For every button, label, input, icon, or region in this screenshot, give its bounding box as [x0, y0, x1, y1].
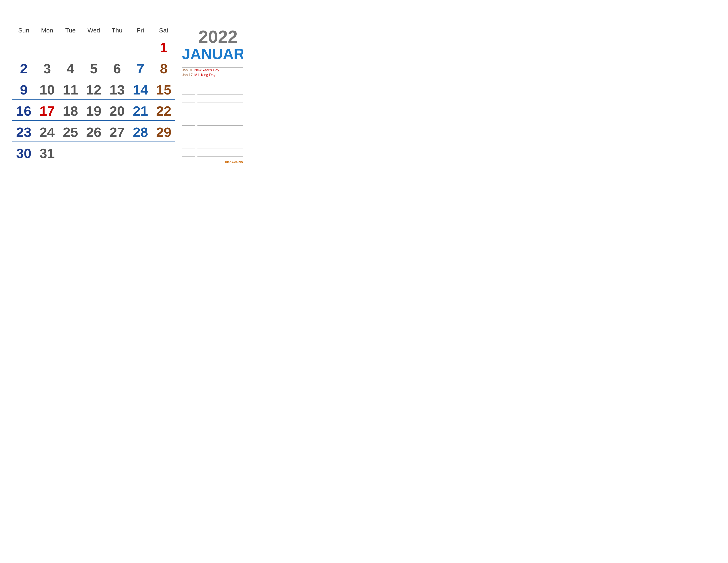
note-date-line: [182, 98, 195, 102]
day-header-mon: Mon: [36, 26, 59, 35]
day-cell-20: 20: [105, 100, 129, 120]
footer: blank-calendar.com: [182, 160, 243, 164]
holiday-name: M L King Day: [194, 73, 215, 77]
year-display: 2022: [182, 28, 243, 46]
day-cell-5: 5: [82, 58, 105, 78]
day-cell-14: 14: [129, 79, 152, 99]
day-cell-4: 4: [59, 58, 82, 78]
note-row-8: [182, 144, 243, 149]
note-content-line: [197, 152, 243, 156]
note-row-1: [182, 90, 243, 95]
day-headers: SunMonTueWedThuFriSat: [12, 26, 175, 35]
day-cell-21: 21: [129, 100, 152, 120]
day-cell-18: 18: [59, 100, 82, 120]
day-cell-7: 7: [129, 58, 152, 78]
day-cell-2: 2: [12, 58, 36, 78]
note-row-9: [182, 152, 243, 156]
calendar-grid: SunMonTueWedThuFriSat 123456789101112131…: [12, 26, 175, 164]
note-content-line: [197, 90, 243, 95]
day-cell-12: 12: [82, 79, 105, 99]
day-cell-11: 11: [59, 79, 82, 99]
note-date-line: [182, 82, 195, 87]
week-separator-1: [12, 78, 175, 78]
footer-text: blank-calendar.com: [225, 160, 243, 164]
day-cell-6: 6: [105, 58, 129, 78]
day-cell-29: 29: [152, 122, 175, 141]
week-row-5: 3031: [12, 143, 175, 163]
weeks-container: 1234567891011121314151617181920212223242…: [12, 37, 175, 163]
day-header-fri: Fri: [129, 26, 152, 35]
notes-lines: [182, 81, 243, 158]
holiday-date: Jan 17: [182, 73, 193, 77]
week-row-4: 23242526272829: [12, 122, 175, 141]
day-header-thu: Thu: [105, 26, 129, 35]
holiday-name: New Year's Day: [194, 68, 219, 72]
day-header-sun: Sun: [12, 26, 36, 35]
day-cell-28: 28: [129, 122, 152, 141]
day-cell-26: 26: [82, 122, 105, 141]
day-cell-9: 9: [12, 79, 36, 99]
note-date-line: [182, 128, 195, 133]
day-cell-25: 25: [59, 122, 82, 141]
day-cell-19: 19: [82, 100, 105, 120]
day-cell-1: 1: [152, 37, 175, 57]
day-header-tue: Tue: [59, 26, 82, 35]
note-date-line: [182, 90, 195, 95]
holiday-entry: Jan 17M L King Day: [182, 73, 243, 77]
day-header-wed: Wed: [82, 26, 105, 35]
week-row-2: 9101112131415: [12, 79, 175, 99]
day-cell-16: 16: [12, 100, 36, 120]
calendar-right-panel: 2022 JANUARY Jan 01New Year's DayJan 17M…: [175, 26, 243, 164]
day-cell-10: 10: [36, 79, 59, 99]
week-row-0: 1: [12, 37, 175, 57]
week-separator-4: [12, 141, 175, 142]
holiday-date: Jan 01: [182, 68, 193, 72]
holidays-list: Jan 01New Year's DayJan 17M L King Day: [182, 68, 243, 77]
day-cell-22: 22: [152, 100, 175, 120]
note-row-0: [182, 82, 243, 87]
note-content-line: [197, 121, 243, 126]
week-separator-0: [12, 57, 175, 57]
holiday-separator-top: [182, 67, 243, 68]
note-content-line: [197, 82, 243, 87]
day-cell-13: 13: [105, 79, 129, 99]
note-row-2: [182, 98, 243, 102]
note-date-line: [182, 121, 195, 126]
day-cell-3: 3: [36, 58, 59, 78]
day-header-sat: Sat: [152, 26, 175, 35]
note-content-line: [197, 105, 243, 110]
day-cell-27: 27: [105, 122, 129, 141]
note-content-line: [197, 136, 243, 141]
week-row-3: 16171819202122: [12, 100, 175, 120]
note-content-line: [197, 144, 243, 149]
note-row-6: [182, 128, 243, 133]
note-row-5: [182, 121, 243, 126]
day-cell-24: 24: [36, 122, 59, 141]
note-date-line: [182, 136, 195, 141]
day-cell-17: 17: [36, 100, 59, 120]
note-row-3: [182, 105, 243, 110]
day-cell-30: 30: [12, 143, 36, 163]
note-content-line: [197, 113, 243, 118]
day-cell-31: 31: [36, 143, 59, 163]
note-row-4: [182, 113, 243, 118]
note-row-7: [182, 136, 243, 141]
week-separator-2: [12, 99, 175, 100]
note-date-line: [182, 105, 195, 110]
holidays-block: Jan 01New Year's DayJan 17M L King Day: [182, 67, 243, 79]
week-separator-3: [12, 120, 175, 121]
day-cell-8: 8: [152, 58, 175, 78]
holiday-entry: Jan 01New Year's Day: [182, 68, 243, 72]
week-row-1: 2345678: [12, 58, 175, 78]
calendar-container: SunMonTueWedThuFriSat 123456789101112131…: [6, 19, 237, 168]
day-cell-15: 15: [152, 79, 175, 99]
month-display: JANUARY: [182, 46, 243, 62]
day-cell-23: 23: [12, 122, 36, 141]
note-date-line: [182, 144, 195, 149]
note-content-line: [197, 98, 243, 102]
week-separator-5: [12, 163, 175, 163]
note-date-line: [182, 113, 195, 118]
note-date-line: [182, 152, 195, 156]
note-content-line: [197, 128, 243, 133]
